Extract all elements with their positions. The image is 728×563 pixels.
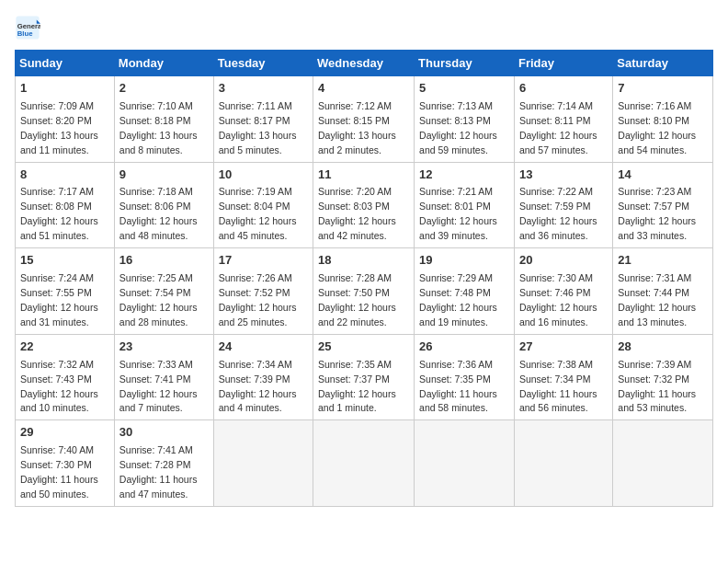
day-info: Sunrise: 7:21 AMSunset: 8:01 PMDaylight:… — [419, 186, 497, 241]
day-number: 5 — [419, 80, 509, 98]
day-number: 1 — [20, 80, 109, 98]
day-info: Sunrise: 7:24 AMSunset: 7:55 PMDaylight:… — [20, 272, 98, 327]
day-info: Sunrise: 7:12 AMSunset: 8:15 PMDaylight:… — [318, 100, 396, 155]
logo-icon: General Blue — [15, 15, 40, 40]
calendar-day-cell: 20 Sunrise: 7:30 AMSunset: 7:46 PMDaylig… — [514, 248, 612, 335]
calendar-day-cell: 25 Sunrise: 7:35 AMSunset: 7:37 PMDaylig… — [313, 334, 415, 420]
calendar-week-row: 15 Sunrise: 7:24 AMSunset: 7:55 PMDaylig… — [16, 248, 713, 335]
day-number: 2 — [119, 80, 209, 98]
calendar-day-cell: 21 Sunrise: 7:31 AMSunset: 7:44 PMDaylig… — [613, 248, 713, 335]
day-info: Sunrise: 7:11 AMSunset: 8:17 PMDaylight:… — [219, 100, 297, 155]
calendar-header-row: SundayMondayTuesdayWednesdayThursdayFrid… — [16, 51, 713, 76]
day-info: Sunrise: 7:10 AMSunset: 8:18 PMDaylight:… — [119, 100, 198, 155]
day-number: 4 — [318, 80, 409, 98]
day-info: Sunrise: 7:35 AMSunset: 7:37 PMDaylight:… — [318, 359, 396, 414]
day-info: Sunrise: 7:14 AMSunset: 8:11 PMDaylight:… — [519, 100, 597, 155]
day-number: 13 — [519, 167, 608, 184]
day-info: Sunrise: 7:32 AMSunset: 7:43 PMDaylight:… — [20, 359, 98, 414]
calendar-day-cell: 23 Sunrise: 7:33 AMSunset: 7:41 PMDaylig… — [114, 334, 213, 420]
weekday-header: Thursday — [415, 51, 515, 76]
calendar-day-cell — [313, 420, 415, 507]
svg-text:Blue: Blue — [17, 29, 33, 38]
calendar-day-cell — [213, 420, 313, 507]
day-number: 19 — [419, 252, 509, 270]
day-info: Sunrise: 7:34 AMSunset: 7:39 PMDaylight:… — [219, 359, 297, 414]
day-number: 26 — [419, 339, 509, 356]
day-number: 27 — [519, 339, 608, 356]
day-info: Sunrise: 7:22 AMSunset: 7:59 PMDaylight:… — [519, 186, 597, 241]
day-number: 10 — [219, 167, 308, 184]
calendar-day-cell: 3 Sunrise: 7:11 AMSunset: 8:17 PMDayligh… — [213, 76, 313, 163]
day-info: Sunrise: 7:18 AMSunset: 8:06 PMDaylight:… — [119, 186, 198, 241]
weekday-header: Friday — [514, 51, 612, 76]
header: General Blue — [15, 15, 713, 40]
calendar-day-cell: 8 Sunrise: 7:17 AMSunset: 8:08 PMDayligh… — [16, 162, 115, 248]
day-info: Sunrise: 7:36 AMSunset: 7:35 PMDaylight:… — [419, 359, 497, 414]
day-info: Sunrise: 7:20 AMSunset: 8:03 PMDaylight:… — [318, 186, 396, 241]
calendar-day-cell — [514, 420, 612, 507]
day-info: Sunrise: 7:38 AMSunset: 7:34 PMDaylight:… — [519, 359, 597, 414]
day-info: Sunrise: 7:13 AMSunset: 8:13 PMDaylight:… — [419, 100, 497, 155]
day-info: Sunrise: 7:25 AMSunset: 7:54 PMDaylight:… — [119, 272, 198, 327]
weekday-header: Tuesday — [213, 51, 313, 76]
day-number: 18 — [318, 252, 409, 270]
calendar-week-row: 1 Sunrise: 7:09 AMSunset: 8:20 PMDayligh… — [16, 76, 713, 163]
day-number: 20 — [519, 252, 608, 270]
weekday-header: Saturday — [613, 51, 713, 76]
calendar-day-cell — [415, 420, 515, 507]
weekday-header: Wednesday — [313, 51, 415, 76]
calendar-day-cell: 14 Sunrise: 7:23 AMSunset: 7:57 PMDaylig… — [613, 162, 713, 248]
day-info: Sunrise: 7:41 AMSunset: 7:28 PMDaylight:… — [119, 444, 198, 500]
calendar: SundayMondayTuesdayWednesdayThursdayFrid… — [15, 50, 713, 507]
day-number: 3 — [219, 80, 308, 98]
calendar-day-cell: 17 Sunrise: 7:26 AMSunset: 7:52 PMDaylig… — [213, 248, 313, 335]
calendar-day-cell: 19 Sunrise: 7:29 AMSunset: 7:48 PMDaylig… — [415, 248, 515, 335]
calendar-week-row: 22 Sunrise: 7:32 AMSunset: 7:43 PMDaylig… — [16, 334, 713, 420]
day-number: 8 — [20, 167, 109, 184]
calendar-day-cell: 22 Sunrise: 7:32 AMSunset: 7:43 PMDaylig… — [16, 334, 115, 420]
calendar-day-cell: 1 Sunrise: 7:09 AMSunset: 8:20 PMDayligh… — [16, 76, 115, 163]
day-info: Sunrise: 7:17 AMSunset: 8:08 PMDaylight:… — [20, 186, 98, 241]
day-number: 16 — [119, 252, 209, 270]
day-number: 6 — [519, 80, 608, 98]
day-number: 12 — [419, 167, 509, 184]
calendar-day-cell: 18 Sunrise: 7:28 AMSunset: 7:50 PMDaylig… — [313, 248, 415, 335]
day-info: Sunrise: 7:29 AMSunset: 7:48 PMDaylight:… — [419, 272, 497, 327]
calendar-week-row: 29 Sunrise: 7:40 AMSunset: 7:30 PMDaylig… — [16, 420, 713, 507]
calendar-day-cell: 11 Sunrise: 7:20 AMSunset: 8:03 PMDaylig… — [313, 162, 415, 248]
calendar-day-cell: 30 Sunrise: 7:41 AMSunset: 7:28 PMDaylig… — [114, 420, 213, 507]
day-info: Sunrise: 7:40 AMSunset: 7:30 PMDaylight:… — [20, 444, 98, 500]
day-number: 24 — [219, 339, 308, 356]
calendar-day-cell: 26 Sunrise: 7:36 AMSunset: 7:35 PMDaylig… — [415, 334, 515, 420]
calendar-day-cell: 12 Sunrise: 7:21 AMSunset: 8:01 PMDaylig… — [415, 162, 515, 248]
day-info: Sunrise: 7:28 AMSunset: 7:50 PMDaylight:… — [318, 272, 396, 327]
calendar-day-cell: 27 Sunrise: 7:38 AMSunset: 7:34 PMDaylig… — [514, 334, 612, 420]
logo: General Blue — [15, 15, 44, 40]
day-info: Sunrise: 7:16 AMSunset: 8:10 PMDaylight:… — [618, 100, 696, 155]
day-number: 30 — [119, 424, 209, 442]
calendar-day-cell: 16 Sunrise: 7:25 AMSunset: 7:54 PMDaylig… — [114, 248, 213, 335]
day-info: Sunrise: 7:26 AMSunset: 7:52 PMDaylight:… — [219, 272, 297, 327]
weekday-header: Sunday — [16, 51, 115, 76]
calendar-day-cell: 10 Sunrise: 7:19 AMSunset: 8:04 PMDaylig… — [213, 162, 313, 248]
day-info: Sunrise: 7:39 AMSunset: 7:32 PMDaylight:… — [618, 359, 696, 414]
day-info: Sunrise: 7:33 AMSunset: 7:41 PMDaylight:… — [119, 359, 198, 414]
calendar-day-cell: 6 Sunrise: 7:14 AMSunset: 8:11 PMDayligh… — [514, 76, 612, 163]
day-info: Sunrise: 7:23 AMSunset: 7:57 PMDaylight:… — [618, 186, 696, 241]
weekday-header: Monday — [114, 51, 213, 76]
calendar-day-cell: 28 Sunrise: 7:39 AMSunset: 7:32 PMDaylig… — [613, 334, 713, 420]
day-number: 22 — [20, 339, 109, 356]
day-number: 23 — [119, 339, 209, 356]
calendar-day-cell: 24 Sunrise: 7:34 AMSunset: 7:39 PMDaylig… — [213, 334, 313, 420]
day-info: Sunrise: 7:30 AMSunset: 7:46 PMDaylight:… — [519, 272, 597, 327]
calendar-day-cell: 7 Sunrise: 7:16 AMSunset: 8:10 PMDayligh… — [613, 76, 713, 163]
day-number: 28 — [618, 339, 708, 356]
calendar-day-cell: 2 Sunrise: 7:10 AMSunset: 8:18 PMDayligh… — [114, 76, 213, 163]
day-number: 14 — [618, 167, 708, 184]
day-number: 9 — [119, 167, 209, 184]
calendar-week-row: 8 Sunrise: 7:17 AMSunset: 8:08 PMDayligh… — [16, 162, 713, 248]
calendar-day-cell: 4 Sunrise: 7:12 AMSunset: 8:15 PMDayligh… — [313, 76, 415, 163]
day-info: Sunrise: 7:19 AMSunset: 8:04 PMDaylight:… — [219, 186, 297, 241]
day-number: 21 — [618, 252, 708, 270]
calendar-day-cell: 15 Sunrise: 7:24 AMSunset: 7:55 PMDaylig… — [16, 248, 115, 335]
